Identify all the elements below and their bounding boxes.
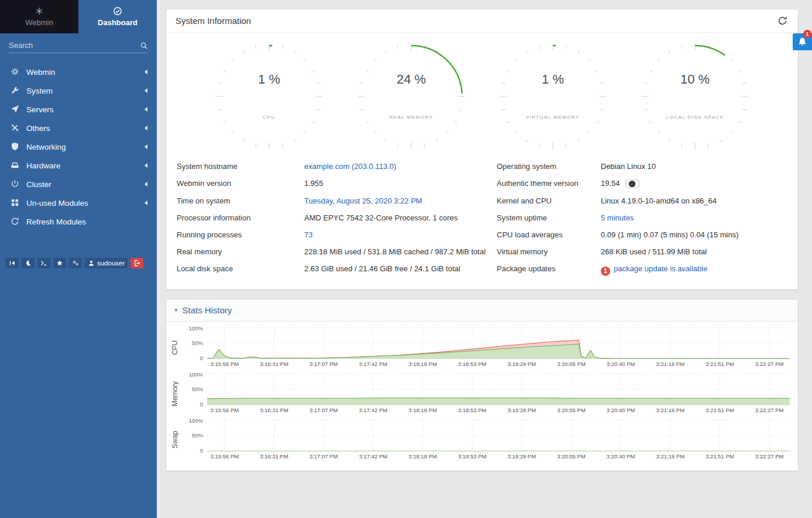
sidebar-item-others[interactable]: Others (0, 119, 157, 137)
sidebar-item-networking[interactable]: Networking (0, 137, 157, 156)
svg-text:1 %: 1 % (258, 72, 280, 87)
info-label-processor-information: Processor information (177, 213, 298, 222)
search-input[interactable] (9, 41, 140, 50)
sidebar-item-servers[interactable]: Servers (0, 100, 157, 119)
chevron-left-icon (144, 163, 147, 168)
info-label-webmin-version: Webmin version (177, 179, 298, 188)
chevron-left-icon (144, 70, 147, 74)
sidebar-item-system[interactable]: System (0, 81, 157, 100)
tab-webmin[interactable]: Webmin (0, 0, 78, 33)
svg-text:1 %: 1 % (542, 72, 564, 87)
refresh-icon[interactable] (776, 15, 789, 27)
x-axis-label: 3:18:18 PM (408, 407, 437, 413)
gauge-real-memory: 24 %REAL MEMORY (356, 41, 467, 152)
x-axis-label: 3:17:42 PM (359, 453, 388, 460)
search-icon[interactable] (140, 42, 148, 50)
sidebar-search (9, 41, 148, 53)
info-label-package-updates: Package updates (497, 264, 595, 276)
info-value-text: AMD EPYC 7542 32-Core Processor, 1 cores (304, 213, 457, 222)
svg-text:CPU: CPU (263, 115, 276, 120)
info-row: Webmin version1.955Authentic theme versi… (177, 175, 787, 192)
info-value-link[interactable]: 5 minutes (601, 213, 634, 222)
info-value-link[interactable]: 73 (304, 230, 312, 239)
night-mode-button[interactable] (22, 258, 35, 268)
sidebar-item-hardware[interactable]: Hardware (0, 156, 157, 175)
sidebar-item-refresh-modules[interactable]: Refresh Modules (0, 212, 157, 231)
x-axis-label: 3:15:56 PM (211, 361, 239, 367)
info-value-link[interactable]: package update is available (614, 264, 707, 273)
y-axis-labels: 100%50%0 (181, 327, 207, 359)
notifications-bell-button[interactable]: 1 (793, 33, 812, 50)
chevron-left-icon (144, 88, 147, 93)
x-axis-label: 3:16:31 PM (260, 361, 288, 367)
x-axis-label: 3:21:16 PM (656, 407, 685, 413)
info-row: Real memory228.18 MiB used / 531.8 MiB c… (177, 243, 787, 260)
info-value-link[interactable]: example.com (203.0.113.0) (304, 162, 396, 171)
x-axis: 3:15:56 PM3:16:31 PM3:17:07 PM3:17:42 PM… (207, 359, 790, 368)
modules-icon (11, 198, 20, 208)
sidebar-tabs: Webmin Dashboard (0, 0, 157, 33)
sidebar: Webmin Dashboard WebminSystemServersOthe… (0, 0, 157, 518)
refresh-icon (11, 217, 20, 226)
user-button[interactable]: sudouser (85, 258, 128, 268)
system-information-header: System Information (166, 9, 798, 33)
sidebar-item-label: Webmin (26, 68, 55, 77)
stats-history-header[interactable]: ▾ Stats History (166, 299, 798, 322)
x-axis-label: 3:15:56 PM (211, 407, 239, 413)
info-row: Time on systemTuesday, August 25, 2020 3… (177, 192, 787, 209)
chevron-left-icon (144, 144, 147, 149)
info-value-text: 1.955 (304, 179, 324, 188)
x-axis-label: 3:22:27 PM (755, 453, 784, 460)
info-value-package-updates: 1package update is available (601, 264, 787, 276)
moon-icon (25, 260, 32, 267)
x-axis-label: 3:18:53 PM (458, 407, 487, 413)
x-axis-label: 3:17:42 PM (359, 361, 388, 367)
info-value-cpu-load-averages: 0.09 (1 min) 0.07 (5 mins) 0.04 (15 mins… (601, 230, 787, 239)
system-information-panel: System Information 1 %CPU24 %REAL MEMORY… (166, 9, 799, 290)
theme-settings-button[interactable] (69, 258, 82, 268)
x-axis-label: 3:19:29 PM (508, 361, 536, 367)
hdd-icon (11, 161, 20, 170)
chart-axis-title: Memory (168, 374, 181, 415)
x-axis-label: 3:18:18 PM (408, 453, 437, 460)
info-row: System hostnameexample.com (203.0.113.0)… (177, 158, 787, 175)
info-value-operating-system: Debian Linux 10 (601, 162, 787, 171)
dashboard-icon (113, 6, 122, 16)
stats-history-panel: ▾ Stats History CPU100%50%03:15:56 PM3:1… (166, 299, 799, 471)
x-axis-label: 3:20:05 PM (557, 453, 586, 460)
favorites-button[interactable] (53, 258, 66, 268)
wrench-icon (11, 86, 20, 95)
logout-button[interactable] (130, 258, 143, 268)
sidebar-item-cluster[interactable]: Cluster (0, 175, 157, 194)
sidebar-item-webmin[interactable]: Webmin (0, 63, 157, 81)
collapse-sidebar-button[interactable] (6, 258, 19, 268)
sidebar-item-label: Servers (26, 105, 54, 114)
bell-icon (797, 37, 807, 47)
info-label-virtual-memory: Virtual memory (497, 247, 595, 256)
x-axis-label: 3:16:31 PM (260, 407, 288, 413)
sidebar-item-un-used-modules[interactable]: Un-used Modules (0, 194, 157, 212)
info-row: Local disk space2.63 GiB used / 21.46 Gi… (177, 260, 787, 280)
info-label-running-processes: Running processes (177, 230, 298, 239)
gears-icon (72, 260, 79, 267)
theme-version-info-badge[interactable]: i (625, 179, 639, 188)
package-updates-count-badge: 1 (601, 267, 610, 276)
info-label-cpu-load-averages: CPU load averages (497, 230, 595, 239)
stats-history-title: Stats History (183, 305, 232, 315)
sidebar-item-label: Others (26, 124, 50, 133)
info-value-system-uptime: 5 minutes (601, 213, 787, 222)
sidebar-item-label: Cluster (26, 180, 51, 189)
x-axis-label: 3:20:05 PM (557, 407, 586, 413)
x-axis-label: 3:20:40 PM (607, 407, 635, 413)
sidebar-item-label: Un-used Modules (26, 199, 88, 208)
info-label-local-disk-space: Local disk space (177, 264, 298, 276)
tab-dashboard[interactable]: Dashboard (78, 0, 157, 33)
info-value-text: 228.18 MiB used / 531.8 MiB cached / 987… (304, 247, 486, 256)
terminal-button[interactable] (37, 258, 50, 268)
info-label-authentic-theme-version: Authentic theme version (497, 179, 595, 188)
tab-dashboard-label: Dashboard (98, 18, 137, 27)
chevron-left-icon (144, 126, 147, 130)
info-label-operating-system: Operating system (497, 162, 595, 171)
notification-count-badge: 1 (803, 30, 811, 38)
info-value-link[interactable]: Tuesday, August 25, 2020 3:22 PM (304, 196, 422, 205)
